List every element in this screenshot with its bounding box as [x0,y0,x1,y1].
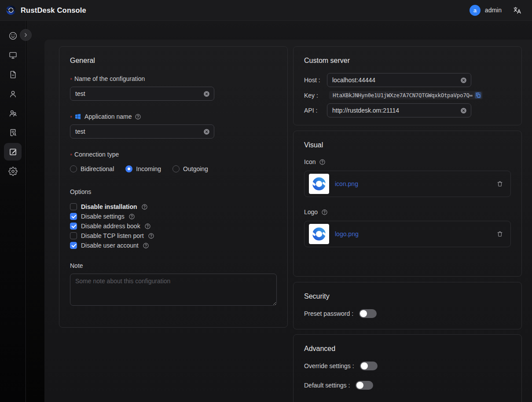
user-menu[interactable]: a admin [470,5,502,16]
main-background: General * Name of the configuration * Ap… [26,21,532,402]
checkbox-disable-installation[interactable]: Disable installation [70,203,277,210]
advanced-card: Advanced Override settings : Default set… [293,334,522,402]
help-icon[interactable] [144,223,151,230]
clear-icon[interactable] [460,77,467,84]
radio-icon[interactable] [172,165,180,172]
sidebar-item-audit[interactable] [4,124,22,141]
options-list: Disable installation Disable settings Di… [70,203,277,249]
security-title: Security [304,292,511,300]
top-bar: RustDesk Console a admin [0,0,532,21]
sidebar-item-documents[interactable] [4,66,22,83]
note-textarea[interactable] [70,274,277,306]
content-panel: General * Name of the configuration * Ap… [44,40,532,402]
app-name-label: * Application name [70,113,277,120]
logo-preview [309,224,329,244]
checkbox-disable-user-account[interactable]: Disable user account [70,242,277,249]
config-name-field [70,87,214,101]
sidebar-item-custom-client[interactable] [4,143,22,161]
api-field [327,103,471,117]
audit-log-icon [8,128,18,137]
gear-icon [8,167,18,176]
chevron-right-icon [23,32,29,38]
config-name-input[interactable] [75,90,201,97]
api-input[interactable] [332,107,458,114]
icon-preview [309,174,329,194]
checkbox-icon[interactable] [70,203,77,210]
help-icon[interactable] [148,233,154,239]
custom-server-card: Custom server Host : Key : HtaXBkJNHyn0e… [293,46,522,125]
options-label: Options [70,188,277,195]
rustdesk-logo-icon [5,4,17,16]
checkbox-disable-settings[interactable]: Disable settings [70,213,277,220]
host-input[interactable] [332,77,458,84]
app-name-field [70,124,214,139]
translate-icon[interactable] [513,6,521,15]
radio-bidirectional[interactable]: Bidirectional [70,165,114,172]
api-label: API : [304,107,327,114]
key-row: Key : HtaXBkJNHyn0e1U1jWXze7A7CN7QTGWqxk… [304,91,511,99]
security-card: Security Preset password : [293,282,522,329]
sidebar-item-settings[interactable] [4,162,22,180]
sidebar-collapse-button[interactable] [20,29,32,41]
clear-icon[interactable] [203,128,210,135]
username: admin [485,7,502,14]
sidebar-item-overview[interactable] [4,27,22,44]
logo-file-item: logo.png [304,221,511,247]
toggle-knob [356,382,363,389]
brand: RustDesk Console [5,4,86,16]
checkbox-disable-address-book[interactable]: Disable address book [70,223,277,230]
app-name-input[interactable] [75,128,201,135]
note-label: Note [70,262,277,269]
monitor-icon [8,51,18,60]
config-name-label: * Name of the configuration [70,75,277,82]
radio-icon[interactable] [70,165,77,172]
smiley-icon [8,31,18,40]
sidebar-item-devices[interactable] [4,46,22,64]
logo-filename-link[interactable]: logo.png [335,230,359,238]
sidebar-item-users[interactable] [4,85,22,102]
edit-icon [8,147,18,157]
override-settings-toggle[interactable] [360,362,378,370]
help-icon[interactable] [128,213,135,220]
app-title: RustDesk Console [21,6,86,15]
radio-icon[interactable] [125,165,132,172]
host-field [327,73,471,87]
avatar[interactable]: a [470,5,481,16]
trash-icon[interactable] [496,180,503,187]
preset-password-toggle[interactable] [359,309,377,318]
required-marker: * [70,77,72,83]
host-row: Host : [304,73,511,87]
help-icon[interactable] [135,113,141,120]
preset-password-row: Preset password : [304,309,511,318]
help-icon[interactable] [319,159,326,165]
override-settings-label: Override settings : [304,362,354,369]
clear-icon[interactable] [203,90,210,98]
default-settings-label: Default settings : [304,382,350,389]
radio-incoming[interactable]: Incoming [125,165,161,172]
override-settings-row: Override settings : [304,362,511,370]
trash-icon[interactable] [496,230,503,238]
checkbox-icon[interactable] [70,213,77,220]
icon-file-item: icon.png [304,171,511,197]
default-settings-toggle[interactable] [356,381,373,390]
checkbox-icon[interactable] [70,232,77,239]
sidebar [0,21,26,402]
sidebar-item-groups[interactable] [4,104,22,122]
server-key: HtaXBkJNHyn0e1U1jWXze7A7CN7QTGWqxkOtpaVp… [329,91,483,99]
checkbox-disable-tcp-listen-port[interactable]: Disable TCP listen port [70,232,277,239]
radio-outgoing[interactable]: Outgoing [172,165,208,172]
checkbox-icon[interactable] [70,223,77,230]
group-icon [8,109,18,118]
custom-server-title: Custom server [304,57,511,65]
preset-password-label: Preset password : [304,310,353,317]
connection-type-label: * Connection type [70,151,277,158]
checkbox-icon[interactable] [70,242,77,249]
help-icon[interactable] [143,242,149,249]
visual-title: Visual [304,141,511,149]
icon-filename-link[interactable]: icon.png [335,180,358,187]
help-icon[interactable] [321,209,328,216]
help-icon[interactable] [141,204,148,210]
copy-icon[interactable] [475,92,481,99]
clear-icon[interactable] [460,107,467,114]
required-marker: * [70,114,72,121]
